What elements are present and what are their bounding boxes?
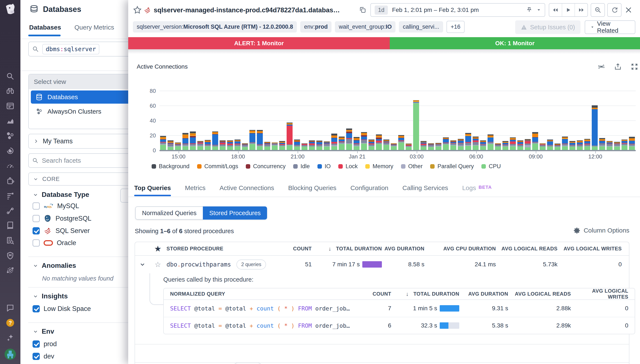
setup-issues-button[interactable]: Setup Issues (0) xyxy=(515,20,580,34)
chat-icon[interactable] xyxy=(6,304,15,312)
col-avg-logical-writes[interactable]: AVG LOGICAL WRITES xyxy=(557,246,629,252)
facet-insights[interactable]: Insights xyxy=(33,292,68,300)
col-stored-procedure[interactable]: STORED PROCEDURE xyxy=(166,246,280,252)
export-icon[interactable] xyxy=(614,63,622,70)
user-avatar[interactable] xyxy=(4,348,16,360)
facet-option-prod[interactable]: prod xyxy=(33,340,57,348)
legend-item-memory[interactable]: Memory xyxy=(365,163,393,170)
facet-option-mysql[interactable]: MySQL MySQL xyxy=(33,202,79,210)
dashboards-icon[interactable] xyxy=(6,102,15,110)
security-icon[interactable] xyxy=(6,252,15,260)
facet-option-low-disk-space[interactable]: Low Disk Space xyxy=(33,305,91,312)
col-total-duration[interactable]: ↓TOTAL DURATION xyxy=(312,246,382,252)
time-preset-badge[interactable]: 1d xyxy=(375,6,388,15)
column-options-button[interactable]: Column Options xyxy=(573,227,629,234)
view-item-alwayson-clusters[interactable]: AlwaysOn Clusters xyxy=(31,105,144,118)
tab-calling-services[interactable]: Calling Services xyxy=(402,184,448,196)
view-item-databases[interactable]: Databases xyxy=(31,90,144,104)
panel-title[interactable]: sqlserver-managed-instance-prod.c94d7822… xyxy=(154,6,340,14)
tag-chip[interactable]: sqlserver_version:Microsoft SQL Azure (R… xyxy=(133,21,297,32)
tab-configuration[interactable]: Configuration xyxy=(350,184,388,196)
legend-item-background[interactable]: Background xyxy=(152,163,189,170)
tab-metrics[interactable]: Metrics xyxy=(185,184,205,196)
col-avg-cpu-duration[interactable]: AVG CPU DURATION xyxy=(424,246,496,252)
view-related-button[interactable]: View Related xyxy=(585,20,635,34)
normalized-query-text[interactable]: SELECT @total = @total + count ( * ) FRO… xyxy=(164,305,361,312)
checkbox-checked[interactable] xyxy=(33,340,40,348)
normalized-query-text[interactable]: SELECT @total = @total + count ( * ) FRO… xyxy=(164,322,361,329)
legend-item-io[interactable]: IO xyxy=(317,163,331,170)
help-icon[interactable]: ? xyxy=(6,318,15,328)
tab-blocking-queries[interactable]: Blocking Queries xyxy=(288,184,336,196)
facet-env[interactable]: Env xyxy=(33,328,54,335)
col-count[interactable]: COUNT xyxy=(361,291,391,297)
caret-down-icon[interactable] xyxy=(537,8,541,12)
facet-anomalies[interactable]: Anomalies xyxy=(33,262,76,270)
infrastructure-icon[interactable] xyxy=(6,132,15,140)
star-column-header[interactable]: ★ xyxy=(155,244,166,253)
monitor-ok-bar[interactable]: OK: 1 Monitor xyxy=(390,37,640,49)
expand-icon[interactable] xyxy=(631,63,638,70)
gauge-icon[interactable] xyxy=(6,162,15,170)
facet-database-type[interactable]: Database Type xyxy=(33,191,89,198)
facet-option-oracle[interactable]: Oracle xyxy=(33,239,76,247)
query-row[interactable]: SELECT @total = @total + count ( * ) FRO… xyxy=(164,300,635,317)
tab-active-connections[interactable]: Active Connections xyxy=(220,184,274,196)
pipelines-icon[interactable] xyxy=(6,192,15,200)
tag-chip[interactable]: wait_event_group:IO xyxy=(335,21,395,32)
close-panel-icon[interactable] xyxy=(624,6,632,14)
facet-option-postgresql[interactable]: PostgreSQL xyxy=(33,214,91,222)
col-avg-logical-reads[interactable]: AVG LOGICAL READS xyxy=(508,291,571,297)
col-avg-duration[interactable]: AVG DURATION xyxy=(382,246,424,252)
col-avg-duration[interactable]: AVG DURATION xyxy=(459,291,508,297)
checkbox-checked[interactable] xyxy=(33,305,40,312)
tags-more-chip[interactable]: +16 xyxy=(447,21,465,33)
tag-chip[interactable]: calling_servi... xyxy=(399,21,443,32)
time-play-button[interactable] xyxy=(562,4,575,16)
checkbox-checked[interactable] xyxy=(33,353,40,360)
row-star-icon[interactable]: ☆ xyxy=(155,260,166,269)
favorite-star-icon[interactable] xyxy=(133,6,142,14)
zoom-out-button[interactable] xyxy=(591,3,605,17)
refresh-button[interactable] xyxy=(607,3,621,17)
datadog-logo[interactable] xyxy=(4,3,17,16)
tab-logs[interactable]: LogsBETA xyxy=(462,184,492,196)
queries-count-badge[interactable]: 2 queries xyxy=(237,260,266,270)
search-icon[interactable] xyxy=(6,72,15,80)
tab-databases[interactable]: Databases xyxy=(29,24,61,31)
metrics-icon[interactable] xyxy=(6,117,15,125)
collapse-row-icon[interactable] xyxy=(135,262,155,267)
service-map-icon[interactable] xyxy=(6,206,15,215)
apm-icon[interactable] xyxy=(6,146,15,155)
toggle-normalized-queries[interactable]: Normalized Queries xyxy=(135,206,203,220)
legend-item-parallel-query[interactable]: Parallel Query xyxy=(430,163,474,170)
related-data-icon[interactable] xyxy=(597,63,605,70)
col-count[interactable]: COUNT xyxy=(280,246,312,252)
integrations-icon[interactable] xyxy=(6,177,15,185)
legend-item-idle[interactable]: Idle xyxy=(293,163,310,170)
tab-top-queries[interactable]: Top Queries xyxy=(134,184,171,196)
checkbox[interactable] xyxy=(33,215,40,222)
tag-chip[interactable]: env:prod xyxy=(300,21,331,32)
col-avg-logical-writes[interactable]: AVG LOGICAL WRITES xyxy=(571,288,635,300)
time-back-button[interactable] xyxy=(549,4,562,16)
tab-query-metrics[interactable]: Query Metrics xyxy=(74,24,114,31)
procedure-name[interactable]: dbo.procwithparams xyxy=(166,261,231,268)
legend-item-cpu[interactable]: CPU xyxy=(481,163,501,170)
toggle-stored-procedures[interactable]: Stored Procedures xyxy=(203,206,267,220)
checkbox-checked[interactable] xyxy=(33,227,40,234)
col-total-duration[interactable]: ↓TOTAL DURATION xyxy=(391,291,459,297)
table-row[interactable]: ☆ dbo.encryptedproc 2 queries 55 2 min 2… xyxy=(135,358,629,364)
synthetics-icon[interactable] xyxy=(6,266,15,274)
copy-icon[interactable] xyxy=(359,6,366,14)
legend-item-other[interactable]: Other xyxy=(401,163,423,170)
log-explorer-icon[interactable] xyxy=(6,236,15,245)
table-row[interactable]: ☆ dbo.procwithparams 2 queries 51 7 min … xyxy=(135,256,629,273)
col-normalized-query[interactable]: NORMALIZED QUERY xyxy=(164,291,361,297)
facet-option-sqlserver[interactable]: SQL Server xyxy=(33,227,90,235)
checkbox[interactable] xyxy=(33,202,40,210)
facet-option-dev[interactable]: dev xyxy=(33,352,54,360)
time-forward-button[interactable] xyxy=(575,4,587,16)
search-token[interactable]: dbms:sqlserver xyxy=(42,44,99,54)
ai-sparkles-icon[interactable] xyxy=(6,334,15,342)
